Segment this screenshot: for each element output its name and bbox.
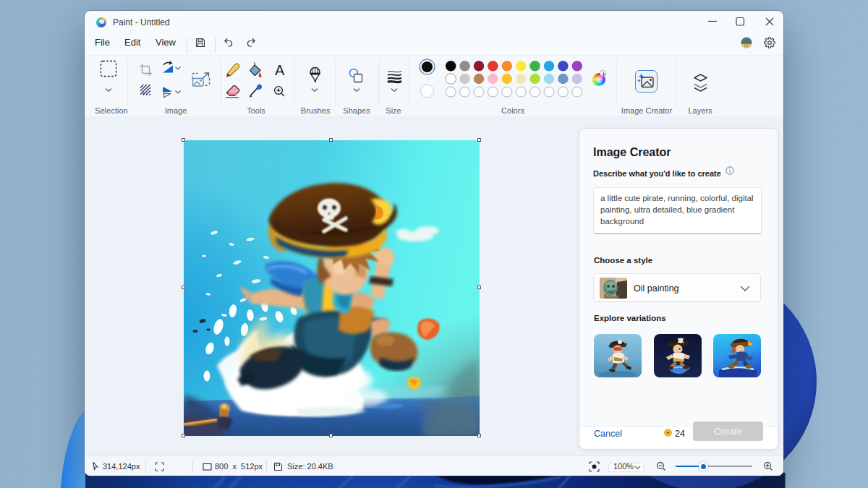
svg-text:A: A (275, 62, 285, 78)
